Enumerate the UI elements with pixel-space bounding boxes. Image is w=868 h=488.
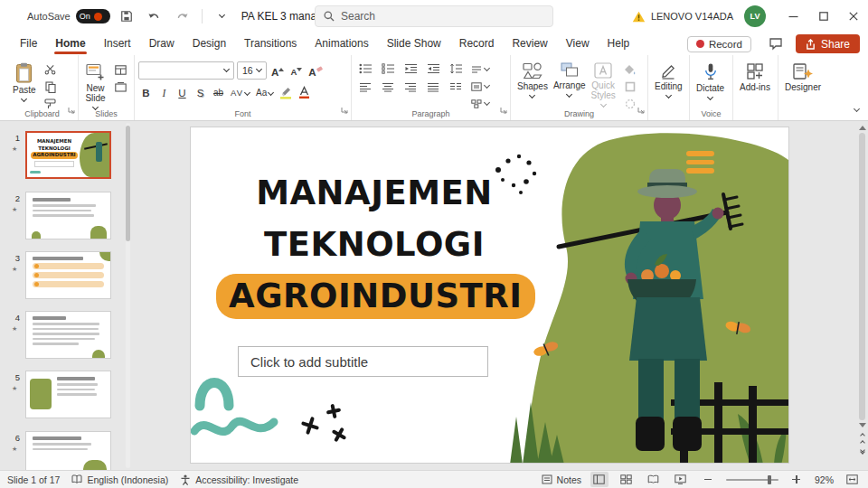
font-size-select[interactable]: 16 [237, 61, 267, 80]
undo-button[interactable] [143, 5, 166, 27]
zoom-slider[interactable] [726, 479, 778, 481]
text-highlight-color-button[interactable] [278, 83, 294, 99]
canvas-scrollbar[interactable] [857, 123, 867, 468]
notes-button[interactable]: Notes [542, 474, 581, 485]
slide-thumbnail-6[interactable] [25, 431, 111, 470]
reset-slide-button[interactable] [110, 80, 130, 94]
tab-draw[interactable]: Draw [140, 33, 184, 54]
scroll-up-icon[interactable] [859, 126, 866, 130]
decrease-font-size-button[interactable]: A [288, 62, 304, 79]
accessibility-status[interactable]: Accessibility: Investigate [180, 474, 298, 485]
quick-access-menu-button[interactable] [211, 5, 234, 27]
font-color-button[interactable] [297, 83, 312, 99]
character-spacing-button[interactable]: AV [229, 83, 251, 99]
align-right-button[interactable] [401, 80, 420, 94]
comments-button[interactable] [764, 33, 788, 55]
bold-button[interactable]: B [138, 83, 154, 99]
reading-view-button[interactable] [645, 472, 663, 487]
teal-squiggle-decoration[interactable] [191, 361, 281, 442]
slide-thumbnail-5[interactable] [25, 371, 111, 418]
shape-fill-button[interactable] [620, 62, 640, 77]
tab-design[interactable]: Design [184, 33, 235, 54]
autosave-control[interactable]: AutoSave On [27, 9, 110, 23]
decrease-indent-button[interactable] [401, 61, 420, 76]
plus-sparkles-decoration[interactable] [299, 399, 355, 447]
tab-review[interactable]: Review [503, 33, 556, 54]
slide-thumbnail-1[interactable]: MANAJEMEN TEKNOLOGI AGROINDUSTRI [25, 131, 111, 179]
normal-view-button[interactable] [590, 472, 609, 487]
zoom-level[interactable]: 92% [815, 474, 834, 485]
redo-button[interactable] [171, 5, 194, 27]
tab-home[interactable]: Home [46, 33, 94, 54]
collapse-ribbon-button[interactable] [854, 99, 859, 115]
tab-file[interactable]: File [11, 33, 46, 54]
tab-insert[interactable]: Insert [95, 33, 140, 54]
paragraph-dialog-launcher[interactable] [500, 101, 507, 117]
clear-formatting-button[interactable]: A [307, 62, 324, 79]
slide-thumbnail-2[interactable] [25, 192, 111, 239]
align-text-button[interactable] [469, 80, 491, 94]
paste-button[interactable]: Paste [10, 60, 39, 101]
shapes-button[interactable]: Shapes [514, 60, 551, 98]
slide-thumbnail-3[interactable] [25, 251, 111, 299]
clipboard-dialog-launcher[interactable] [68, 101, 75, 117]
text-shadow-button[interactable]: S [193, 83, 208, 99]
zoom-in-button[interactable] [788, 472, 806, 487]
cut-button[interactable] [41, 62, 61, 77]
slide-layout-button[interactable] [110, 62, 130, 77]
italic-button[interactable]: I [156, 83, 172, 99]
record-button[interactable]: Record [687, 36, 751, 52]
close-button[interactable] [838, 0, 868, 33]
line-spacing-button[interactable] [446, 61, 466, 76]
slide-title[interactable]: MANAJEMEN TEKNOLOGI AGROINDUSTRI [216, 167, 533, 322]
farmer-illustration[interactable] [503, 127, 789, 464]
account-avatar[interactable]: LV [744, 5, 766, 27]
maximize-button[interactable] [808, 0, 838, 33]
scroll-down-icon[interactable] [859, 423, 866, 427]
save-button[interactable] [115, 5, 138, 27]
slide-sorter-view-button[interactable] [618, 472, 636, 487]
font-name-select[interactable] [138, 61, 234, 80]
tab-view[interactable]: View [557, 33, 599, 54]
align-center-button[interactable] [378, 80, 398, 94]
slide-counter[interactable]: Slide 1 of 17 [7, 474, 60, 485]
addins-button[interactable]: Add-ins [737, 60, 773, 92]
thumbnail-scrollbar[interactable] [126, 123, 130, 468]
columns-button[interactable] [446, 80, 466, 94]
tab-slide-show[interactable]: Slide Show [378, 33, 450, 54]
canvas-scrollbar-thumb[interactable] [859, 133, 865, 420]
minimize-button[interactable] [778, 0, 808, 33]
tab-transitions[interactable]: Transitions [235, 33, 306, 54]
drawing-dialog-launcher[interactable] [637, 101, 645, 117]
shape-outline-button[interactable] [620, 80, 640, 94]
increase-indent-button[interactable] [423, 61, 443, 76]
underline-button[interactable]: U [175, 83, 190, 99]
zoom-slider-thumb[interactable] [768, 475, 771, 484]
designer-button[interactable]: Designer [782, 60, 824, 92]
new-slide-button[interactable]: New Slide [82, 60, 108, 109]
quick-styles-button[interactable]: QuickStyles [589, 60, 618, 107]
arrange-button[interactable]: Arrange [551, 60, 589, 97]
strikethrough-button[interactable]: ab [211, 83, 226, 99]
autosave-toggle[interactable]: On [76, 9, 110, 23]
slide-canvas[interactable]: MANAJEMEN TEKNOLOGI AGROINDUSTRI Click t… [190, 127, 789, 464]
increase-font-size-button[interactable]: A [269, 62, 286, 79]
thumbnail-scrollbar-thumb[interactable] [126, 126, 130, 241]
editing-button[interactable]: Editing [652, 60, 685, 98]
search-input[interactable]: Search [315, 5, 553, 27]
tab-help[interactable]: Help [599, 33, 639, 54]
fit-slide-to-window-button[interactable] [843, 472, 861, 487]
align-left-button[interactable] [355, 80, 375, 94]
proofing-status[interactable]: English (Indonesia) [71, 474, 168, 485]
tab-animations[interactable]: Animations [306, 33, 377, 54]
orange-bars-decoration[interactable] [686, 151, 714, 177]
zoom-out-button[interactable] [699, 472, 717, 487]
numbering-button[interactable] [378, 61, 398, 76]
device-status[interactable]: LENOVO V14ADA [632, 11, 733, 23]
change-case-button[interactable]: Aa [254, 83, 275, 99]
bullets-button[interactable] [355, 61, 375, 76]
slide-thumbnail-4[interactable] [25, 311, 111, 359]
justify-button[interactable] [423, 80, 443, 94]
slideshow-view-button[interactable] [672, 472, 690, 487]
tab-record[interactable]: Record [450, 33, 504, 54]
